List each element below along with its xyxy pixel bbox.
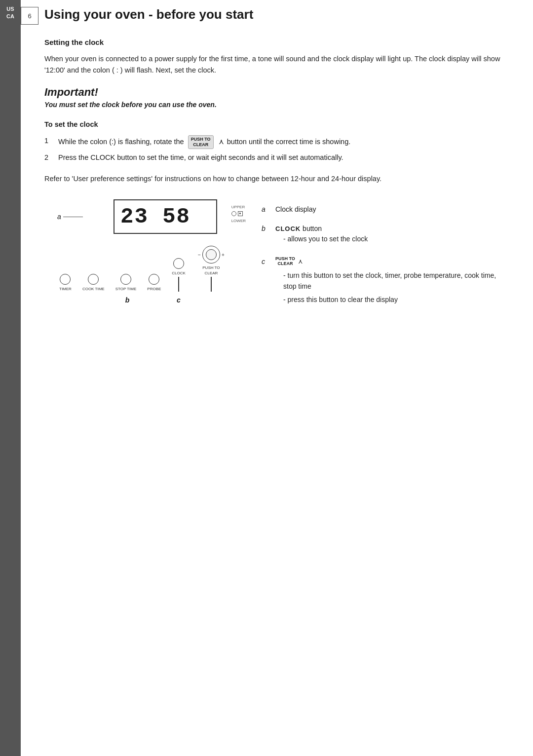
step-2: 2 Press the CLOCK button to set the time… [44,152,503,163]
clock-line [178,277,179,292]
knob-minus: − [198,252,201,258]
knob-label: PUSH TO CLEAR [202,265,220,276]
step-2-text: Press the CLOCK button to set the time, … [58,152,343,163]
clock-circle [173,258,184,269]
timer-label: TIMER [59,287,72,292]
legend-c-sub2: - press this button to clear the display [283,295,503,305]
clock-display: 23 58 UPPER ■ LOWER [114,199,217,234]
refer-text: Refer to 'User preference settings' for … [44,173,503,185]
timer-circle [60,274,71,285]
upper-circle-area: ■ [231,211,246,216]
legend-c-main: PUSH TO CLEAR ⋏ [275,257,503,266]
knob-symbol: ⋏ [219,138,224,146]
legend-letter-a: a [262,204,273,215]
main-content: Using your oven - before you start Setti… [44,0,503,317]
label-b-container: b [116,296,138,304]
step-1-num: 1 [44,135,58,147]
stop-time-label: STOP TIME [115,287,137,292]
c-knob-icon: ⋏ [298,257,303,266]
control-stop-time: STOP TIME [115,274,137,292]
legend-letter-c: c [262,257,273,267]
label-c: c [177,296,181,304]
knob-line [211,277,212,292]
important-title: Important! [44,86,503,99]
legend-text-b: CLOCK button - allows you to set the clo… [275,224,503,248]
page-title: Using your oven - before you start [44,7,503,22]
control-cook-time: COOK TIME [82,274,105,292]
clock-label: CLOCK [172,271,186,276]
push-to-clear-inline-c: PUSH TO CLEAR [275,257,295,266]
diagram-right: a Clock display b CLOCK button - allows … [262,199,503,317]
control-clock: CLOCK [172,258,186,292]
label-b: b [125,296,130,304]
legend-b-main: CLOCK button [275,224,503,234]
small-circle [231,211,236,216]
step-2-num: 2 [44,152,58,163]
legend-item-a: a Clock display [262,204,503,215]
label-a-letter: a [57,213,61,221]
stop-time-circle [120,274,131,285]
control-probe: PROBE [147,274,161,292]
knob-inner [206,249,217,260]
setting-clock-paragraph: When your oven is connected to a power s… [44,53,503,76]
important-subtitle: You must set the clock before you can us… [44,101,503,109]
legend-c-sub1: - turn this button to set the clock, tim… [283,270,503,292]
knob-plus: + [222,252,225,258]
step-1: 1 While the colon (:) is flashing, rotat… [44,135,503,149]
knob-control: − + PUSH TO CLEAR [202,246,220,292]
lower-label: LOWER [231,218,246,224]
legend-text-c: PUSH TO CLEAR ⋏ - turn this button to se… [275,257,503,308]
to-set-clock-heading: To set the clock [44,120,503,128]
clock-keyword: CLOCK [275,225,301,232]
legend-item-c: c PUSH TO CLEAR ⋏ - turn this button to … [262,257,503,308]
upper-label: UPPER [231,204,246,210]
setting-clock-heading: Setting the clock [44,38,503,46]
step-1-text: While the colon (:) is flashing, rotate … [58,135,350,149]
sidebar: US CA [0,0,21,756]
sidebar-label-us: US [6,6,14,12]
cook-time-label: COOK TIME [82,287,105,292]
cook-time-circle [88,274,99,285]
bc-labels-row: b c [59,296,242,304]
knob-wrapper: − + [202,246,220,264]
probe-label: PROBE [147,287,161,292]
diagram-left: 23 58 UPPER ■ LOWER a [44,199,242,304]
push-to-clear-inline-button: PUSH TO CLEAR [188,135,214,149]
label-c-container: c [168,296,190,304]
legend-b-sub1: - allows you to set the clock [283,234,503,245]
knob-outer: − + [202,246,220,264]
probe-circle [149,274,159,285]
diagram-area: 23 58 UPPER ■ LOWER a [44,199,503,317]
legend-item-b: b CLOCK button - allows you to set the c… [262,224,503,248]
legend-text-a: Clock display [275,204,503,215]
legend-letter-b: b [262,224,273,234]
sidebar-label-ca: CA [6,13,14,20]
controls-row: TIMER COOK TIME STOP TIME PROBE [59,246,242,292]
page-number: 6 [21,7,38,25]
upper-lower-labels: UPPER ■ LOWER [231,204,246,223]
clock-display-wrapper: 23 58 UPPER ■ LOWER a [44,199,242,234]
important-block: Important! You must set the clock before… [44,86,503,109]
label-a-line [63,217,83,218]
clock-digits: 23 58 [120,204,190,229]
control-timer: TIMER [59,274,72,292]
steps-list: 1 While the colon (:) is flashing, rotat… [44,135,503,163]
small-square: ■ [238,211,243,216]
